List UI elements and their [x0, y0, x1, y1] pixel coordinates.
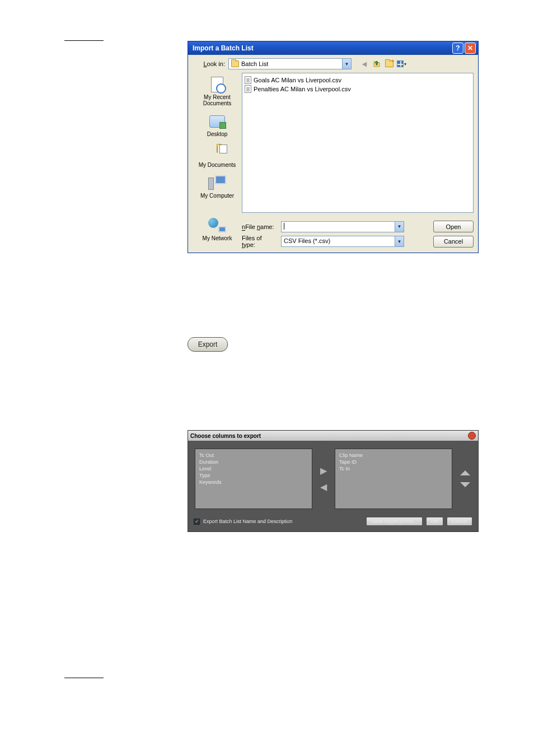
- list-item[interactable]: Duration: [199, 459, 308, 465]
- list-item[interactable]: Keywords: [199, 479, 308, 486]
- open-button[interactable]: Open: [433, 221, 474, 232]
- filename-label: nFile name:File name:: [242, 223, 277, 230]
- ok-button[interactable]: OK: [426, 517, 443, 526]
- place-my-network[interactable]: My Network: [203, 217, 232, 241]
- my-network-icon: [208, 218, 226, 234]
- cancel-button[interactable]: Cancel: [447, 517, 472, 526]
- lookin-value: Batch List: [241, 60, 268, 67]
- import-batch-list-dialog: Import a Batch List ? ✕ Look in: Batch L…: [188, 41, 479, 253]
- list-item[interactable]: Type: [199, 472, 308, 479]
- export-button[interactable]: Export: [188, 337, 228, 352]
- views-menu-button[interactable]: ▾: [396, 59, 406, 69]
- close-button[interactable]: ✕: [465, 43, 476, 54]
- chevron-down-icon[interactable]: ▼: [395, 236, 404, 246]
- divider-top: [64, 40, 104, 41]
- back-button[interactable]: ◄: [359, 59, 369, 69]
- file-list[interactable]: Goals AC Milan vs Liverpool.csv Penaltie…: [242, 73, 474, 213]
- desktop-icon: [209, 115, 225, 128]
- choose-columns-dialog: Choose columns to export Tc Out Duration…: [188, 430, 479, 532]
- dialog-title: Import a Batch List: [193, 44, 451, 52]
- list-item[interactable]: Level: [199, 465, 308, 472]
- filetype-dropdown[interactable]: CSV Files (*.csv) ▼: [281, 236, 404, 247]
- divider-bottom: [64, 678, 104, 678]
- list-item[interactable]: Clip Name: [339, 452, 448, 459]
- checkbox-label: Export Batch List Name and Description: [203, 519, 293, 524]
- dialog-titlebar: Import a Batch List ? ✕: [188, 41, 478, 55]
- lookin-label: Look in:: [193, 60, 225, 67]
- remove-column-button[interactable]: ◀: [320, 482, 327, 492]
- selected-columns-list[interactable]: Clip Name Tape ID Tc In: [335, 449, 452, 509]
- place-recent-documents[interactable]: My Recent Documents: [193, 76, 242, 106]
- chevron-down-icon[interactable]: ▼: [342, 59, 351, 69]
- file-name: Goals AC Milan vs Liverpool.csv: [254, 77, 341, 83]
- new-folder-button[interactable]: [384, 59, 394, 69]
- file-item[interactable]: Goals AC Milan vs Liverpool.csv: [245, 76, 471, 85]
- my-computer-icon: [208, 175, 226, 191]
- filetype-value: CSV Files (*.csv): [284, 237, 330, 244]
- chevron-down-icon[interactable]: ▼: [395, 222, 404, 232]
- available-columns-list[interactable]: Tc Out Duration Level Type Keywords: [195, 449, 312, 509]
- my-documents-icon: [209, 146, 226, 159]
- file-icon: [245, 85, 251, 93]
- file-name: Penalties AC Milan vs Liverpool.csv: [254, 86, 351, 92]
- list-item[interactable]: Tc Out: [199, 452, 308, 459]
- add-column-button[interactable]: ▶: [320, 465, 327, 476]
- filename-input[interactable]: ▼: [281, 221, 404, 232]
- place-my-computer[interactable]: My Computer: [200, 175, 234, 199]
- move-down-button[interactable]: [460, 482, 470, 487]
- lookin-dropdown[interactable]: Batch List ▼: [228, 58, 352, 69]
- folder-icon: [231, 60, 239, 67]
- file-item[interactable]: Penalties AC Milan vs Liverpool.csv: [245, 85, 471, 94]
- place-desktop[interactable]: Desktop: [207, 113, 228, 137]
- cancel-button[interactable]: Cancel: [433, 236, 474, 248]
- up-one-level-button[interactable]: [372, 59, 382, 69]
- file-icon: [245, 76, 251, 84]
- close-button[interactable]: [468, 432, 476, 440]
- recent-documents-icon: [211, 77, 223, 92]
- list-item[interactable]: Tc In: [339, 465, 448, 472]
- help-button[interactable]: ?: [452, 43, 463, 54]
- filetype-label: Files of type:: [242, 235, 277, 248]
- dialog-titlebar: Choose columns to export: [188, 431, 478, 441]
- move-up-button[interactable]: [460, 470, 470, 475]
- dialog-title: Choose columns to export: [190, 433, 261, 439]
- place-my-documents[interactable]: My Documents: [199, 144, 236, 168]
- list-item[interactable]: Tape ID: [339, 459, 448, 465]
- export-name-description-checkbox[interactable]: ✔: [194, 519, 200, 525]
- save-export-profile-button[interactable]: Save export profile...: [366, 517, 423, 526]
